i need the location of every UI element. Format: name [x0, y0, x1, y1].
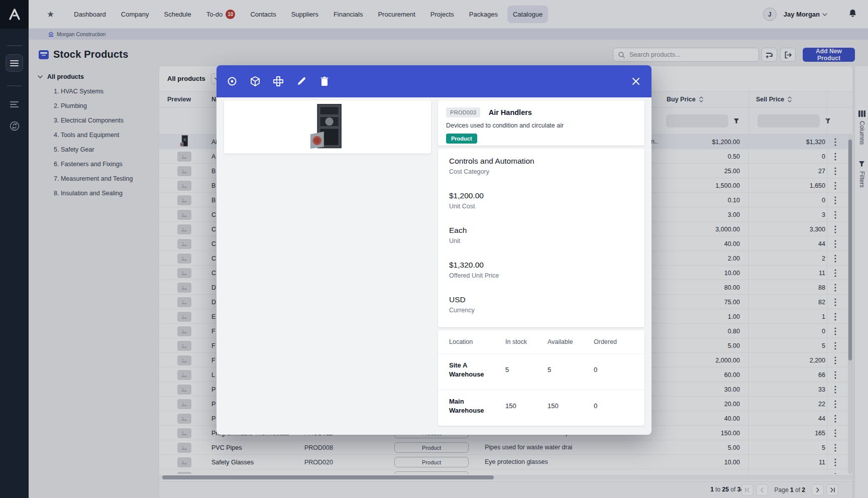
- delete-trash-icon[interactable]: [316, 73, 333, 90]
- stock-in-stock: 150: [505, 402, 516, 410]
- app-window: ★ Dashboard Company Schedule: [0, 0, 868, 498]
- product-description: Devices used to condition and circulate …: [446, 122, 636, 129]
- detail-entry: $1,200.00 Unit Cost: [438, 183, 644, 218]
- stock-col-available: Available: [548, 338, 573, 345]
- product-header-card: PROD003 Air Handlers Devices used to con…: [438, 100, 644, 146]
- detail-value: Each: [449, 226, 644, 235]
- detail-entry: Controls and Automation Cost Category: [438, 149, 644, 183]
- stock-row-main: Main Warehouse 150 150 0: [438, 390, 644, 425]
- product-type-badge: Product: [446, 134, 477, 144]
- product-package-icon[interactable]: [247, 73, 264, 90]
- stock-col-location: Location: [449, 338, 473, 345]
- product-image: [309, 103, 346, 151]
- close-icon[interactable]: [628, 74, 643, 89]
- stock-levels-card: Location In stock Available Ordered Site…: [438, 330, 644, 426]
- detail-label: Unit: [449, 237, 644, 244]
- product-details-card: Controls and Automation Cost Category $1…: [438, 149, 644, 327]
- detail-value: $1,200.00: [449, 191, 644, 200]
- detail-value: USD: [449, 295, 644, 304]
- detail-value: $1,320.00: [449, 261, 644, 270]
- stock-location: Site A Warehouse: [449, 361, 497, 379]
- stock-available: 5: [548, 366, 551, 374]
- stock-col-in-stock: In stock: [505, 338, 527, 345]
- product-code-badge: PROD003: [446, 107, 480, 117]
- detail-label: Cost Category: [449, 168, 644, 175]
- stock-available: 150: [548, 402, 559, 410]
- product-detail-modal: PROD003 Air Handlers Devices used to con…: [216, 65, 652, 435]
- stock-col-ordered: Ordered: [594, 338, 617, 345]
- detail-value: Controls and Automation: [449, 157, 644, 166]
- edit-pencil-icon[interactable]: [293, 73, 310, 90]
- product-image-card: [224, 100, 431, 154]
- product-name: Air Handlers: [489, 108, 532, 116]
- stock-ordered: 0: [594, 402, 597, 410]
- stock-ordered: 0: [594, 366, 597, 374]
- stock-location: Main Warehouse: [449, 397, 497, 415]
- detail-label: Currency: [449, 307, 644, 314]
- detail-entry: USD Currency: [438, 287, 644, 322]
- stock-in-stock: 5: [505, 366, 509, 374]
- add-to-set-icon[interactable]: [270, 73, 287, 90]
- detail-label: Unit Cost: [449, 203, 644, 210]
- view-icon[interactable]: [224, 73, 241, 90]
- detail-label: Offered Unit Price: [449, 272, 644, 279]
- modal-toolbar: [216, 65, 652, 97]
- detail-entry: Each Unit: [438, 218, 644, 253]
- stock-row-site-a: Site A Warehouse 5 5 0: [438, 354, 644, 389]
- detail-entry: $1,320.00 Offered Unit Price: [438, 253, 644, 287]
